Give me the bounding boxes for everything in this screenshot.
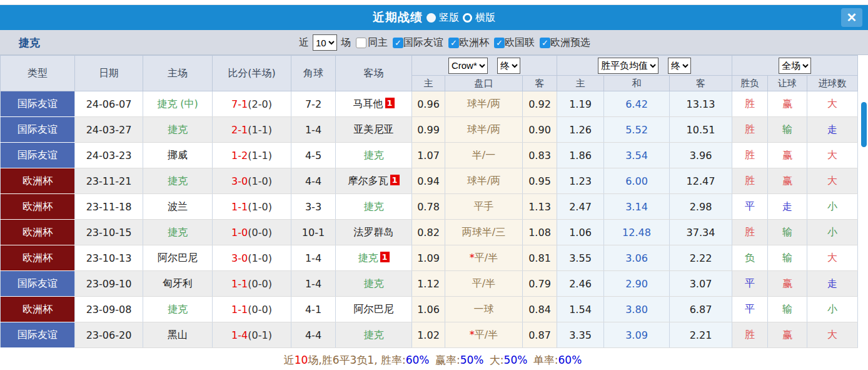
- result-handicap: 赢: [768, 271, 807, 297]
- table-row: 欧洲杯 23-09-08 捷克 1-1(0-0) 4-1 阿尔巴尼 1.06 一…: [1, 297, 858, 322]
- result-goals: 走: [807, 271, 858, 297]
- result-goals: 小: [807, 194, 858, 220]
- bookmaker-select[interactable]: Crow*: [448, 58, 488, 74]
- recent-results-panel: 近期战绩 竖版 横版 ✕ 捷克 近 10 场 同主 ✓ 国际友谊 ✓ 欧洲杯 ✓…: [0, 0, 868, 370]
- handicap-line: 球半/两: [445, 117, 523, 143]
- score-cell: 3-0(1-0): [213, 245, 291, 271]
- page-title: 近期战绩: [373, 9, 423, 26]
- avg-home-win: 1.86: [557, 143, 604, 168]
- subcol-odds-away: 客: [523, 76, 557, 91]
- result-wdl: 平: [732, 271, 768, 297]
- handicap-line: 半/一: [445, 143, 523, 168]
- summary-handicap-rate: 50%: [460, 354, 484, 366]
- subcol-avg-away: 客: [670, 76, 732, 91]
- avg-draw: 3.14: [604, 194, 670, 220]
- handicap-home-odds: 1.09: [412, 245, 445, 271]
- match-type-badge: 国际友谊: [1, 91, 75, 117]
- table-row: 国际友谊 24-06-07 捷克 (中) 7-1(2-0) 7-2 马耳他1 0…: [1, 91, 858, 117]
- avg-home-win: 1.06: [557, 220, 604, 245]
- corner-score: 3-3: [291, 194, 336, 220]
- vertical-layout-label[interactable]: 竖版: [439, 11, 459, 24]
- handicap-away-odds: 0.92: [523, 91, 557, 117]
- summary-big-rate: 50%: [504, 354, 528, 366]
- score-cell: 1-1(0-0): [213, 297, 291, 322]
- handicap-line: 一球: [445, 297, 523, 322]
- avg-draw: 12.48: [604, 220, 670, 245]
- result-wdl: 胜: [732, 322, 768, 348]
- match-date: 23-09-08: [75, 297, 143, 322]
- away-team: 捷克1: [336, 245, 412, 271]
- nations-league-checkbox[interactable]: ✓: [494, 38, 505, 48]
- handicap-line: 平手: [445, 194, 523, 220]
- result-handicap: 输: [768, 297, 807, 322]
- avg-draw: 3.80: [604, 297, 670, 322]
- filter-bar: 捷克 近 10 场 同主 ✓ 国际友谊 ✓ 欧洲杯 ✓ 欧国联 ✓ 欧洲预选: [0, 30, 868, 55]
- result-goals: 大: [807, 91, 858, 117]
- games-label: 场: [341, 36, 351, 49]
- horizontal-layout-label[interactable]: 横版: [475, 11, 495, 24]
- subcol-avg-draw: 和: [604, 76, 670, 91]
- result-goals: 大: [807, 322, 858, 348]
- star-marker: *: [470, 252, 475, 264]
- table-row: 国际友谊 23-09-10 匈牙利 1-1(0-0) 1-4 捷克 1.12 平…: [1, 271, 858, 297]
- handicap-away-odds: 1.13: [523, 194, 557, 220]
- corner-score: 4-1: [291, 297, 336, 322]
- recent-count-select[interactable]: 10: [313, 34, 337, 51]
- avg-type-select[interactable]: 胜平负均值: [598, 58, 659, 74]
- eurocup-label[interactable]: 欧洲杯: [459, 36, 489, 49]
- avg-home-win: 2.47: [557, 194, 604, 220]
- friendly-checkbox[interactable]: ✓: [393, 38, 403, 48]
- radio-vertical-layout[interactable]: [426, 13, 436, 23]
- same-home-label[interactable]: 同主: [368, 36, 388, 49]
- subcol-handicap-line: 盘口: [445, 76, 523, 91]
- avg-draw: 6.42: [604, 91, 670, 117]
- table-row: 国际友谊 23-06-20 黑山 1-4(0-1) 4-4 捷克 1.02 *平…: [1, 322, 858, 348]
- scrollbar-thumb[interactable]: [861, 102, 867, 147]
- result-wdl: 胜: [732, 91, 768, 117]
- score-cell: 1-1(1-0): [213, 194, 291, 220]
- eurocup-checkbox[interactable]: ✓: [448, 38, 459, 48]
- summary-count: 10: [295, 354, 308, 366]
- score-cell: 2-1(1-1): [213, 117, 291, 143]
- table-row: 欧洲杯 23-10-15 捷克 1-0(0-0) 10-1 法罗群岛 0.82 …: [1, 220, 858, 245]
- away-team: 马耳他1: [336, 91, 412, 117]
- score-cell: 1-2(1-1): [213, 143, 291, 168]
- result-group-header: 全场: [732, 56, 858, 76]
- avg-group-header: 胜平负均值 终: [557, 56, 732, 76]
- match-type-badge: 国际友谊: [1, 117, 75, 143]
- score-cell: 7-1(2-0): [213, 91, 291, 117]
- summary-big-label: 大:: [490, 354, 504, 366]
- match-type-badge: 欧洲杯: [1, 220, 75, 245]
- match-type-badge: 欧洲杯: [1, 245, 75, 271]
- result-goals: 小: [807, 297, 858, 322]
- result-wdl: 平: [732, 297, 768, 322]
- odds-stage-select[interactable]: 终: [497, 58, 520, 74]
- result-wdl: 胜: [732, 168, 768, 194]
- summary-win-rate: 60%: [406, 354, 430, 366]
- same-home-checkbox[interactable]: [356, 38, 366, 48]
- handicap-away-odds: 0.81: [523, 245, 557, 271]
- home-team: 匈牙利: [143, 271, 213, 297]
- avg-home-win: 1.19: [557, 91, 604, 117]
- radio-horizontal-layout[interactable]: [463, 13, 472, 23]
- handicap-home-odds: 0.78: [412, 194, 445, 220]
- nations-league-label[interactable]: 欧国联: [505, 36, 535, 49]
- match-type-badge: 国际友谊: [1, 322, 75, 348]
- euro-qualifier-checkbox[interactable]: ✓: [540, 38, 550, 48]
- avg-stage-select[interactable]: 终: [668, 58, 691, 74]
- result-goals: 走: [807, 117, 858, 143]
- close-button[interactable]: ✕: [841, 8, 862, 27]
- rank-badge: 1: [390, 175, 400, 185]
- corner-score: 1-4: [291, 271, 336, 297]
- away-team: 亚美尼亚: [336, 117, 412, 143]
- col-header-corner: 角球: [291, 56, 336, 91]
- avg-away-win: 2.22: [670, 245, 732, 271]
- period-select[interactable]: 全场: [779, 58, 811, 74]
- away-team: 阿尔巴尼: [336, 297, 412, 322]
- match-date: 24-03-23: [75, 143, 143, 168]
- euro-qualifier-label[interactable]: 欧洲预选: [550, 36, 590, 49]
- match-type-badge: 欧洲杯: [1, 194, 75, 220]
- friendly-label[interactable]: 国际友谊: [403, 36, 443, 49]
- avg-away-win: 37.34: [670, 220, 732, 245]
- avg-away-win: 2.21: [670, 322, 732, 348]
